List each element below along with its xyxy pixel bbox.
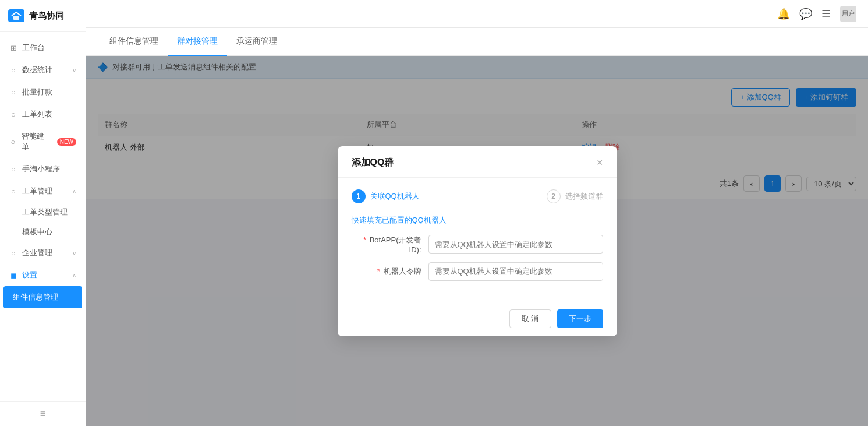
tab-component-info[interactable]: 组件信息管理 (100, 28, 168, 56)
miniapp-icon: ○ (9, 165, 17, 173)
main-content: 🔔 💬 ☰ 用户 组件信息管理 群对接管理 承运商管理 🔷 对接群可用于工单发送… (86, 0, 868, 426)
close-icon[interactable]: × (597, 157, 603, 168)
sidebar-item-order-type-label: 工单类型管理 (22, 207, 68, 217)
sidebar-item-template-label: 模板中心 (22, 227, 52, 237)
dialog: 添加QQ群 × 1 关联QQ机器人 (338, 146, 617, 336)
workbench-icon: ⊞ (9, 44, 17, 52)
bot-token-label: * 机器人令牌 (352, 266, 421, 277)
menu-icon[interactable]: ☰ (821, 8, 831, 20)
sidebar-item-batch-print-label: 批量打款 (22, 87, 52, 97)
sidebar-bottom: ≡ (0, 401, 86, 426)
sidebar-item-miniapp-label: 手淘小程序 (22, 164, 60, 174)
sidebar-item-enterprise-label: 企业管理 (22, 248, 52, 258)
order-list-icon: ○ (9, 110, 17, 118)
sidebar: 青鸟协同 ⊞ 工作台 ○ 数据统计 ∨ ○ 批量打款 ○ 工单列表 ○ 智能建单… (0, 0, 86, 426)
topbar: 🔔 💬 ☰ 用户 (86, 0, 868, 28)
order-mgmt-arrow-icon: ∧ (72, 188, 76, 195)
sidebar-item-component-info[interactable]: 组件信息管理 (3, 286, 82, 308)
statistics-arrow-icon: ∨ (72, 67, 76, 73)
sidebar-item-statistics-label: 数据统计 (22, 65, 52, 75)
next-button[interactable]: 下一步 (557, 309, 603, 328)
sidebar-item-batch-print[interactable]: ○ 批量打款 (0, 81, 86, 103)
step-line (429, 196, 537, 196)
logo-icon (8, 9, 24, 22)
dialog-header: 添加QQ群 × (338, 146, 617, 178)
order-mgmt-icon: ○ (9, 187, 17, 195)
sidebar-item-smart-order[interactable]: ○ 智能建单 NEW (0, 125, 86, 158)
sidebar-item-component-info-label: 组件信息管理 (13, 292, 58, 302)
content-area: 组件信息管理 群对接管理 承运商管理 🔷 对接群可用于工单发送消息组件相关的配置… (86, 28, 868, 426)
dialog-title: 添加QQ群 (352, 157, 394, 169)
sidebar-item-order-list[interactable]: ○ 工单列表 (0, 103, 86, 125)
logo-text: 青鸟协同 (29, 10, 64, 22)
modal-overlay: 添加QQ群 × 1 关联QQ机器人 (86, 56, 868, 426)
sidebar-item-miniapp[interactable]: ○ 手淘小程序 (0, 158, 86, 180)
statistics-icon: ○ (9, 66, 17, 74)
bot-token-row: * 机器人令牌 (352, 262, 603, 281)
step-2-label: 选择频道群 (565, 191, 603, 202)
page-body: 🔷 对接群可用于工单发送消息组件相关的配置 + 添加QQ群 + 添加钉钉群 群名… (86, 56, 868, 426)
enterprise-arrow-icon: ∨ (72, 250, 76, 256)
step-1-label: 关联QQ机器人 (370, 191, 420, 202)
tab-carrier[interactable]: 承运商管理 (227, 28, 286, 56)
message-icon[interactable]: 💬 (799, 8, 812, 20)
sidebar-item-workbench[interactable]: ⊞ 工作台 (0, 37, 86, 59)
quick-fill-link[interactable]: 快速填充已配置的QQ机器人 (352, 215, 603, 226)
cancel-button[interactable]: 取 消 (509, 309, 551, 328)
step-2-circle: 2 (547, 189, 561, 203)
logo: 青鸟协同 (0, 0, 86, 32)
batch-print-icon: ○ (9, 88, 17, 96)
sidebar-item-settings[interactable]: ◼ 设置 ∧ (0, 264, 86, 286)
sidebar-item-smart-order-label: 智能建单 (22, 131, 50, 152)
settings-arrow-icon: ∧ (72, 272, 76, 279)
sidebar-item-statistics[interactable]: ○ 数据统计 ∨ (0, 59, 86, 81)
bot-app-row: * BotAPP(开发者ID): (352, 235, 603, 254)
smart-order-icon: ○ (9, 138, 17, 146)
dialog-body: 1 关联QQ机器人 2 选择频道群 (338, 178, 617, 301)
sidebar-item-order-mgmt-label: 工单管理 (22, 186, 52, 196)
step-1: 1 关联QQ机器人 (352, 189, 420, 203)
user-avatar[interactable]: 用户 (840, 6, 856, 22)
sidebar-item-order-list-label: 工单列表 (22, 109, 52, 119)
step-1-circle: 1 (352, 189, 366, 203)
settings-icon: ◼ (9, 271, 17, 279)
dialog-footer: 取 消 下一步 (338, 301, 617, 336)
sidebar-item-settings-label: 设置 (22, 270, 37, 280)
page-tabs: 组件信息管理 群对接管理 承运商管理 (86, 28, 868, 56)
collapse-icon[interactable]: ≡ (40, 409, 45, 419)
sidebar-item-template[interactable]: 模板中心 (0, 222, 86, 242)
sidebar-nav: ⊞ 工作台 ○ 数据统计 ∨ ○ 批量打款 ○ 工单列表 ○ 智能建单 NEW … (0, 32, 86, 401)
sidebar-item-workbench-label: 工作台 (22, 43, 45, 53)
svg-rect-1 (13, 16, 19, 20)
bot-token-input[interactable] (428, 262, 603, 281)
steps: 1 关联QQ机器人 2 选择频道群 (352, 189, 603, 203)
sidebar-item-order-mgmt[interactable]: ○ 工单管理 ∧ (0, 180, 86, 202)
bot-app-label: * BotAPP(开发者ID): (352, 235, 421, 254)
sidebar-item-enterprise[interactable]: ○ 企业管理 ∨ (0, 242, 86, 264)
tab-group-connect[interactable]: 群对接管理 (168, 28, 227, 56)
sidebar-item-order-type[interactable]: 工单类型管理 (0, 202, 86, 222)
step-2: 2 选择频道群 (547, 189, 603, 203)
smart-order-badge: NEW (57, 138, 76, 146)
bell-icon[interactable]: 🔔 (777, 8, 790, 20)
bot-app-input[interactable] (428, 235, 603, 254)
enterprise-icon: ○ (9, 249, 17, 257)
